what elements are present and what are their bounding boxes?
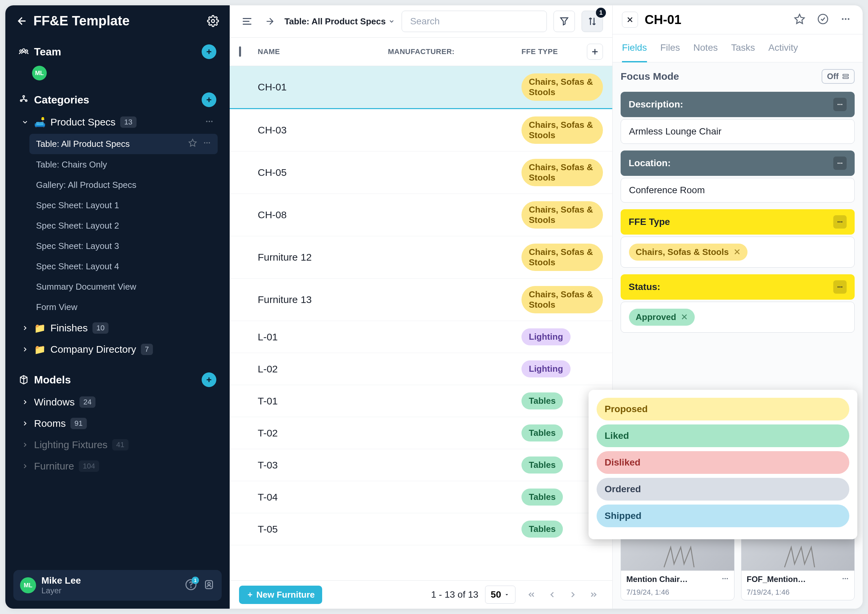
chevron-right-icon	[21, 398, 30, 406]
status-option[interactable]: Liked	[596, 425, 849, 447]
forward-arrow-icon[interactable]	[262, 13, 278, 29]
search-input[interactable]	[402, 11, 547, 32]
row-name: L-01	[258, 331, 388, 343]
check-circle-icon[interactable]	[815, 11, 831, 29]
page-first-icon[interactable]	[522, 585, 541, 604]
field-status-value[interactable]: Approved ✕	[621, 302, 855, 333]
back-arrow-icon[interactable]	[16, 15, 28, 27]
category-view-item[interactable]: Spec Sheet: Layout 3	[30, 236, 218, 256]
table-row[interactable]: T-05Tables	[230, 513, 612, 545]
table-row[interactable]: CH-05Chairs, Sofas & Stools	[230, 152, 612, 194]
more-icon[interactable]	[838, 11, 853, 28]
category-view-item[interactable]: Table: All Product Specs	[30, 134, 218, 154]
table-row[interactable]: Furniture 13Chairs, Sofas & Stools	[230, 279, 612, 321]
table-row[interactable]: CH-08Chairs, Sofas & Stools	[230, 194, 612, 236]
svg-point-26	[838, 163, 839, 164]
svg-point-3	[26, 50, 28, 52]
category-view-item[interactable]: Spec Sheet: Layout 4	[30, 257, 218, 276]
add-model-button[interactable]	[202, 372, 216, 387]
count-badge: 41	[112, 439, 128, 451]
more-icon[interactable]	[203, 139, 211, 149]
page-size-select[interactable]: 50	[485, 586, 516, 604]
tab-tasks[interactable]: Tasks	[731, 34, 755, 62]
file-name: Mention Chair…	[626, 575, 719, 584]
category-view-item[interactable]: Summary Document View	[30, 277, 218, 297]
category-view-item[interactable]: Gallery: All Product Specs	[30, 175, 218, 195]
table-row[interactable]: L-01Lighting	[230, 321, 612, 353]
tab-fields[interactable]: Fields	[622, 34, 647, 62]
category-view-item[interactable]: Spec Sheet: Layout 2	[30, 216, 218, 236]
close-detail-button[interactable]	[622, 12, 638, 28]
table-row[interactable]: CH-03Chairs, Sofas & Stools	[230, 109, 612, 152]
remove-chip-icon[interactable]: ✕	[733, 247, 741, 257]
table-row[interactable]: T-01Tables	[230, 385, 612, 417]
svg-point-37	[727, 578, 728, 579]
table-row[interactable]: CH-01Chairs, Sofas & Stools	[230, 66, 612, 109]
more-icon[interactable]	[842, 575, 849, 584]
field-menu-icon[interactable]	[833, 98, 847, 111]
star-icon[interactable]	[791, 11, 808, 29]
model-item[interactable]: Furniture104	[16, 456, 219, 476]
col-name[interactable]: NAME	[258, 47, 388, 56]
category-item[interactable]: 📁Company Directory7	[16, 339, 219, 360]
field-location-value[interactable]: Conference Room	[621, 178, 855, 203]
tab-files[interactable]: Files	[660, 34, 680, 62]
add-column-button[interactable]	[587, 44, 603, 60]
model-item[interactable]: Lighting Fixtures41	[16, 434, 219, 455]
table-row[interactable]: Furniture 12Chairs, Sofas & Stools	[230, 236, 612, 279]
category-item[interactable]: 🛋️Product Specs13	[16, 112, 219, 132]
remove-chip-icon[interactable]: ✕	[681, 312, 688, 323]
table-header: NAME MANUFACTURER: FFE TYPE	[230, 38, 612, 66]
field-menu-icon[interactable]	[833, 215, 847, 229]
status-option[interactable]: Ordered	[596, 478, 849, 501]
focus-mode-toggle[interactable]: Off	[821, 69, 855, 84]
sort-button[interactable]: 1	[582, 11, 603, 32]
field-description-value[interactable]: Armless Lounge Chair	[621, 119, 855, 144]
model-item[interactable]: Windows24	[16, 392, 219, 412]
status-chip[interactable]: Approved ✕	[629, 309, 695, 326]
breadcrumb[interactable]: Table: All Product Specs	[284, 16, 395, 27]
more-icon[interactable]	[721, 575, 729, 584]
star-icon[interactable]	[188, 138, 197, 149]
detail-title: CH-01	[644, 13, 784, 27]
pagination-nav	[522, 585, 603, 604]
table-row[interactable]: L-02Lighting	[230, 353, 612, 385]
settings-gear-icon[interactable]	[207, 15, 219, 27]
team-avatar[interactable]: ML	[32, 66, 47, 81]
user-avatar[interactable]: ML	[20, 577, 36, 593]
page-next-icon[interactable]	[564, 585, 582, 604]
field-menu-icon[interactable]	[833, 157, 847, 170]
svg-point-12	[209, 142, 210, 144]
tab-activity[interactable]: Activity	[769, 34, 798, 62]
page-prev-icon[interactable]	[543, 585, 562, 604]
select-all-checkbox[interactable]	[239, 47, 241, 57]
type-pill: Chairs, Sofas & Stools	[522, 286, 603, 313]
add-category-button[interactable]	[202, 92, 216, 107]
category-view-item[interactable]: Spec Sheet: Layout 1	[30, 195, 218, 215]
ffe-type-chip[interactable]: Chairs, Sofas & Stools ✕	[629, 243, 747, 260]
table-row[interactable]: T-04Tables	[230, 481, 612, 513]
status-option[interactable]: Disliked	[596, 451, 849, 474]
model-item[interactable]: Rooms91	[16, 413, 219, 434]
category-item[interactable]: 📁Finishes10	[16, 318, 219, 338]
col-manufacturer[interactable]: MANUFACTURER:	[388, 47, 522, 56]
col-type[interactable]: FFE TYPE	[522, 47, 587, 56]
status-option[interactable]: Proposed	[596, 398, 849, 420]
field-ffe-type-value[interactable]: Chairs, Sofas & Stools ✕	[621, 237, 855, 268]
category-view-item[interactable]: Table: Chairs Only	[30, 155, 218, 175]
new-furniture-button[interactable]: New Furniture	[239, 586, 322, 604]
count-badge: 7	[141, 344, 153, 355]
page-last-icon[interactable]	[584, 585, 603, 604]
add-team-button[interactable]	[202, 44, 216, 59]
profile-icon[interactable]	[203, 578, 215, 592]
category-view-item[interactable]: Form View	[30, 297, 218, 317]
sidebar-toggle-icon[interactable]	[239, 13, 255, 29]
table-row[interactable]: T-03Tables	[230, 449, 612, 481]
help-icon[interactable]: 1	[185, 578, 197, 592]
status-option[interactable]: Shipped	[596, 505, 849, 527]
table-row[interactable]: T-02Tables	[230, 417, 612, 449]
tab-notes[interactable]: Notes	[693, 34, 718, 62]
filter-button[interactable]	[554, 11, 575, 32]
more-icon[interactable]	[205, 117, 214, 127]
field-menu-icon[interactable]	[833, 280, 847, 294]
